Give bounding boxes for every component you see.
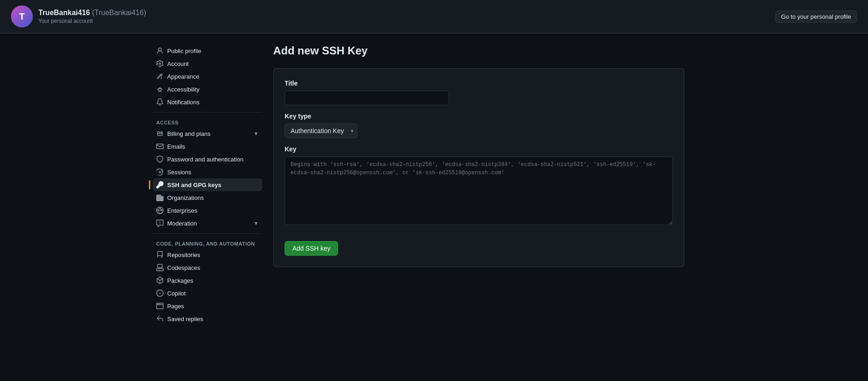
sidebar-item-label: Moderation (167, 220, 197, 227)
sidebar-item-ssh-gpg[interactable]: SSH and GPG keys (153, 178, 262, 191)
sidebar-item-label: Sessions (167, 169, 191, 176)
key-type-label: Key type (285, 113, 673, 120)
go-to-profile-button[interactable]: Go to your personal profile (775, 11, 857, 23)
code-section-label: Code, planning, and automation (153, 237, 262, 248)
person-icon (156, 47, 164, 54)
bell-icon (156, 98, 164, 106)
sidebar-item-billing[interactable]: Billing and plans ▼ (153, 127, 262, 140)
user-subtitle: Your personal account (38, 18, 146, 24)
page-wrapper: T TrueBankai416 (TrueBankai416) Your per… (0, 0, 868, 381)
sidebar: Public profile Account Appearance Access… (153, 44, 262, 370)
chevron-down-icon: ▼ (254, 220, 259, 226)
username-display: TrueBankai416 (TrueBankai416) (38, 9, 146, 17)
title-label: Title (285, 80, 673, 87)
sidebar-item-label: Appearance (167, 73, 199, 80)
organization-icon (156, 194, 164, 201)
sidebar-item-label: Notifications (167, 99, 200, 106)
sidebar-item-public-profile[interactable]: Public profile (153, 44, 262, 57)
sidebar-item-label: Copilot (167, 290, 185, 297)
sidebar-item-account[interactable]: Account (153, 57, 262, 70)
sidebar-item-password[interactable]: Password and authentication (153, 153, 262, 166)
sidebar-item-organizations[interactable]: Organizations (153, 191, 262, 204)
page-title: Add new SSH Key (273, 44, 684, 57)
repo-icon (156, 251, 164, 258)
sidebar-item-appearance[interactable]: Appearance (153, 70, 262, 83)
package-icon (156, 277, 164, 284)
access-section-label: Access (153, 116, 262, 127)
sidebar-item-notifications[interactable]: Notifications (153, 96, 262, 108)
add-ssh-key-form: Title Key type Authentication Key Signin… (273, 68, 684, 267)
avatar: T (11, 5, 33, 27)
key-icon (156, 181, 164, 188)
sidebar-item-label: Emails (167, 143, 185, 150)
sidebar-item-label: SSH and GPG keys (167, 182, 222, 188)
sidebar-item-codespaces[interactable]: Codespaces (153, 261, 262, 274)
add-ssh-key-button[interactable]: Add SSH key (285, 241, 338, 256)
sidebar-item-label: Saved replies (167, 316, 203, 322)
sidebar-divider-2 (153, 233, 262, 234)
sidebar-item-pages[interactable]: Pages (153, 300, 262, 312)
report-icon (156, 220, 164, 227)
sidebar-item-enterprises[interactable]: Enterprises (153, 204, 262, 217)
sidebar-item-label: Organizations (167, 194, 204, 201)
title-field-group: Title (285, 80, 673, 105)
sidebar-item-saved-replies[interactable]: Saved replies (153, 312, 262, 325)
title-input[interactable] (285, 91, 449, 105)
reply-icon (156, 315, 164, 322)
sidebar-item-label: Codespaces (167, 264, 200, 271)
sidebar-item-packages[interactable]: Packages (153, 274, 262, 287)
key-textarea[interactable] (285, 156, 673, 225)
user-text: TrueBankai416 (TrueBankai416) Your perso… (38, 9, 146, 24)
copilot-icon (156, 290, 164, 297)
credit-card-icon (156, 130, 164, 137)
gear-icon (156, 60, 164, 67)
sidebar-divider-1 (153, 112, 262, 113)
broadcast-icon (156, 168, 164, 176)
paintbrush-icon (156, 73, 164, 80)
chevron-down-icon: ▼ (254, 131, 259, 136)
key-label: Key (285, 145, 673, 153)
globe-icon (156, 207, 164, 214)
sidebar-item-moderation[interactable]: Moderation ▼ (153, 217, 262, 230)
sidebar-item-label: Repositories (167, 252, 200, 258)
accessibility-icon (156, 86, 164, 93)
main-content: Add new SSH Key Title Key type Authentic… (273, 44, 684, 370)
header-bar: T TrueBankai416 (TrueBankai416) Your per… (0, 0, 868, 33)
sidebar-item-label: Pages (167, 303, 184, 310)
user-info: T TrueBankai416 (TrueBankai416) Your per… (11, 5, 146, 27)
sidebar-item-copilot[interactable]: Copilot (153, 287, 262, 300)
sidebar-item-label: Account (167, 60, 189, 67)
key-type-select-wrapper: Authentication Key Signing Key ▾ (285, 123, 357, 138)
sidebar-item-label: Accessibility (167, 86, 200, 93)
browser-icon (156, 302, 164, 310)
key-field-group: Key (285, 145, 673, 226)
sidebar-item-repositories[interactable]: Repositories (153, 248, 262, 261)
sidebar-item-label: Enterprises (167, 207, 197, 214)
mail-icon (156, 143, 164, 150)
sidebar-item-sessions[interactable]: Sessions (153, 166, 262, 178)
key-type-field-group: Key type Authentication Key Signing Key … (285, 113, 673, 138)
sidebar-item-label: Billing and plans (167, 130, 211, 137)
sidebar-item-label: Public profile (167, 48, 201, 54)
codespaces-icon (156, 264, 164, 271)
main-layout: Public profile Account Appearance Access… (142, 33, 726, 381)
shield-icon (156, 156, 164, 163)
sidebar-item-label: Password and authentication (167, 156, 243, 163)
key-type-select[interactable]: Authentication Key Signing Key (285, 123, 357, 138)
sidebar-item-accessibility[interactable]: Accessibility (153, 83, 262, 96)
sidebar-item-emails[interactable]: Emails (153, 140, 262, 153)
sidebar-item-label: Packages (167, 277, 193, 284)
